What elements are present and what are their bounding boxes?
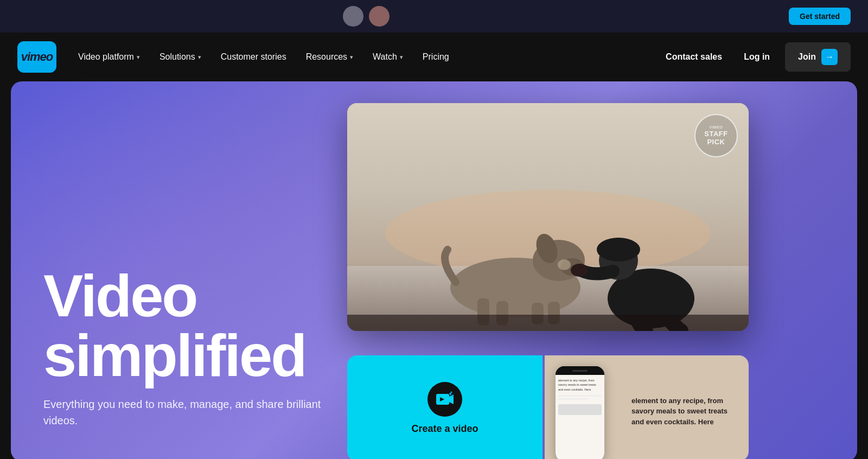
video-inner: vimeo STAFFPICK — [347, 103, 749, 331]
hero-left: Video simplified Everything you need to … — [43, 266, 347, 429]
svg-point-14 — [597, 238, 640, 262]
contact-sales-link[interactable]: Contact sales — [659, 48, 729, 66]
nav-item-solutions[interactable]: Solutions ▾ — [151, 48, 210, 66]
phone-card: element to any recipe, from savory meals… — [545, 355, 749, 459]
svg-point-11 — [558, 259, 571, 270]
phone-screen-text: element to any recipe, from savory meals… — [558, 378, 602, 392]
hero-section: vimeo STAFFPICK Create a video — [11, 81, 857, 459]
arrow-right-icon: → — [821, 49, 838, 65]
chevron-down-icon: ▾ — [350, 54, 353, 61]
hero-title: Video simplified — [43, 266, 347, 385]
create-card[interactable]: Create a video — [347, 355, 542, 459]
svg-rect-16 — [347, 315, 749, 331]
staff-pick-vimeo-label: vimeo — [709, 125, 723, 129]
logo[interactable]: vimeo — [17, 41, 56, 73]
join-button[interactable]: Join → — [785, 42, 851, 72]
login-button[interactable]: Log in — [737, 48, 776, 66]
nav-right: Contact sales Log in Join → — [659, 42, 851, 72]
svg-point-15 — [571, 264, 588, 277]
avatar-1 — [343, 6, 363, 27]
top-cta-button[interactable]: Get started — [789, 8, 851, 25]
create-video-icon — [427, 382, 462, 417]
chevron-down-icon: ▾ — [400, 54, 403, 61]
svg-point-21 — [452, 396, 454, 397]
navbar: vimeo Video platform ▾ Solutions ▾ Custo… — [0, 33, 868, 81]
nav-item-customer-stories[interactable]: Customer stories — [212, 48, 295, 66]
staff-pick-label: STAFFPICK — [704, 130, 727, 146]
phone-mockup: element to any recipe, from savory meals… — [556, 366, 604, 459]
phone-card-overlay-text: element to any recipe, from savory meals… — [631, 395, 740, 427]
nav-item-pricing[interactable]: Pricing — [414, 48, 458, 66]
nav-links: Video platform ▾ Solutions ▾ Customer st… — [69, 48, 659, 66]
nav-item-video-platform[interactable]: Video platform ▾ — [69, 48, 149, 66]
nav-item-resources[interactable]: Resources ▾ — [297, 48, 362, 66]
nav-item-watch[interactable]: Watch ▾ — [364, 48, 412, 66]
staff-pick-badge: vimeo STAFFPICK — [694, 114, 738, 157]
hero-subtitle: Everything you need to make, manage, and… — [43, 396, 347, 429]
chevron-down-icon: ▾ — [137, 54, 140, 61]
svg-point-20 — [449, 393, 451, 395]
create-label: Create a video — [411, 423, 478, 435]
avatar-2 — [369, 6, 390, 27]
logo-text: vimeo — [21, 50, 53, 64]
video-scene-svg — [347, 103, 749, 331]
video-main-card[interactable]: vimeo STAFFPICK — [347, 103, 749, 331]
chevron-down-icon: ▾ — [198, 54, 201, 61]
top-strip: Get started — [0, 0, 868, 33]
svg-point-22 — [451, 392, 452, 393]
